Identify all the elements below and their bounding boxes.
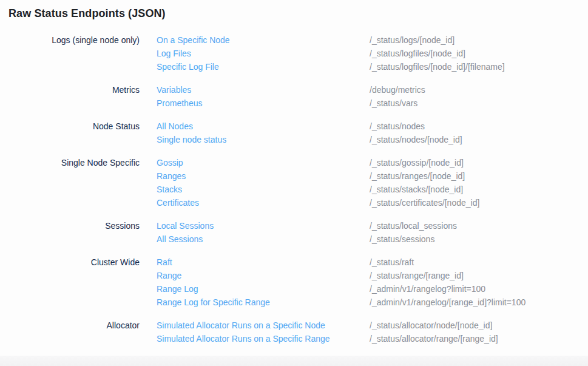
endpoint-row: Simulated Allocator Runs on a Specific N…: [157, 319, 498, 332]
section-rows: Raft/_status/raftRange/_status/range/[ra…: [157, 256, 525, 309]
endpoint-link[interactable]: Raft: [157, 256, 370, 269]
endpoint-path: /_admin/v1/rangelog/[range_id]?limit=100: [370, 296, 525, 309]
endpoint-link[interactable]: Range: [157, 269, 370, 282]
endpoint-section: Single Node SpecificGossip/_status/gossi…: [8, 156, 588, 209]
endpoint-row: All Nodes/_status/nodes: [157, 120, 462, 133]
endpoint-path: /_status/allocator/node/[node_id]: [370, 319, 492, 332]
section-rows: Local Sessions/_status/local_sessionsAll…: [157, 219, 457, 246]
endpoint-path: /_status/vars: [370, 97, 417, 110]
section-rows: On a Specific Node/_status/logs/[node_id…: [157, 33, 505, 73]
endpoint-link[interactable]: Ranges: [157, 169, 370, 183]
endpoint-link[interactable]: Simulated Allocator Runs on a Specific N…: [157, 319, 370, 332]
endpoint-row: Ranges/_status/ranges/[node_id]: [157, 169, 479, 183]
endpoints-list: Logs (single node only)On a Specific Nod…: [8, 33, 588, 345]
endpoint-row: Range Log/_admin/v1/rangelog?limit=100: [157, 282, 525, 296]
endpoint-path: /_status/allocator/range/[range_id]: [370, 332, 498, 345]
endpoint-row: Range Log for Specific Range/_admin/v1/r…: [157, 296, 525, 309]
section-rows: Gossip/_status/gossip/[node_id]Ranges/_s…: [157, 156, 479, 209]
endpoint-row: Simulated Allocator Runs on a Specific R…: [157, 332, 498, 345]
endpoint-link[interactable]: On a Specific Node: [157, 33, 370, 47]
endpoint-path: /_admin/v1/rangelog?limit=100: [370, 282, 485, 296]
section-category-label: Allocator: [8, 319, 157, 345]
endpoint-path: /_status/nodes/[node_id]: [370, 133, 462, 146]
endpoint-row: Variables/debug/metrics: [157, 83, 425, 97]
endpoint-section: AllocatorSimulated Allocator Runs on a S…: [8, 319, 588, 345]
endpoint-path: /_status/range/[range_id]: [370, 269, 464, 282]
endpoint-path: /debug/metrics: [370, 83, 425, 97]
endpoint-path: /_status/ranges/[node_id]: [370, 169, 465, 183]
endpoint-row: Range/_status/range/[range_id]: [157, 269, 525, 282]
endpoint-link[interactable]: Specific Log File: [157, 60, 370, 73]
section-category-label: Sessions: [8, 219, 157, 246]
endpoint-row: Prometheus/_status/vars: [157, 97, 425, 110]
section-category-label: Logs (single node only): [8, 33, 157, 73]
section-category-label: Metrics: [8, 83, 157, 110]
endpoint-link[interactable]: Stacks: [157, 183, 370, 196]
endpoint-link[interactable]: Range Log: [157, 282, 370, 296]
section-category-label: Cluster Wide: [8, 256, 157, 309]
endpoint-row: Stacks/_status/stacks/[node_id]: [157, 183, 479, 196]
endpoint-path: /_status/logs/[node_id]: [370, 33, 455, 47]
section-category-label: Node Status: [8, 120, 157, 146]
debug-endpoints-page: Raw Status Endpoints (JSON) Logs (single…: [0, 0, 588, 356]
section-category-label: Single Node Specific: [8, 156, 157, 209]
endpoint-link[interactable]: All Sessions: [157, 232, 370, 246]
endpoint-link[interactable]: Range Log for Specific Range: [157, 296, 370, 309]
endpoint-path: /_status/stacks/[node_id]: [370, 183, 463, 196]
section-rows: Variables/debug/metricsPrometheus/_statu…: [157, 83, 425, 110]
endpoint-link[interactable]: Single node status: [157, 133, 370, 146]
footer-strip: [0, 356, 588, 366]
endpoint-link[interactable]: Log Files: [157, 47, 370, 60]
endpoint-link[interactable]: Variables: [157, 83, 370, 97]
endpoint-row: Raft/_status/raft: [157, 256, 525, 269]
endpoint-path: /_status/logfiles/[node_id]: [370, 47, 465, 60]
endpoint-link[interactable]: Simulated Allocator Runs on a Specific R…: [157, 332, 370, 345]
endpoint-path: /_status/raft: [370, 256, 414, 269]
endpoint-path: /_status/sessions: [370, 232, 434, 246]
endpoint-section: SessionsLocal Sessions/_status/local_ses…: [8, 219, 588, 246]
endpoint-section: Logs (single node only)On a Specific Nod…: [8, 33, 588, 73]
endpoint-section: MetricsVariables/debug/metricsPrometheus…: [8, 83, 588, 110]
endpoint-row: On a Specific Node/_status/logs/[node_id…: [157, 33, 505, 47]
endpoint-link[interactable]: Certificates: [157, 196, 370, 209]
endpoint-row: Gossip/_status/gossip/[node_id]: [157, 156, 479, 169]
endpoint-path: /_status/logfiles/[node_id]/[filename]: [370, 60, 505, 73]
endpoint-row: Log Files/_status/logfiles/[node_id]: [157, 47, 505, 60]
endpoint-path: /_status/certificates/[node_id]: [370, 196, 479, 209]
endpoint-row: Single node status/_status/nodes/[node_i…: [157, 133, 462, 146]
endpoint-section: Cluster WideRaft/_status/raftRange/_stat…: [8, 256, 588, 309]
endpoint-row: Local Sessions/_status/local_sessions: [157, 219, 457, 232]
endpoint-path: /_status/nodes: [370, 120, 425, 133]
endpoint-row: All Sessions/_status/sessions: [157, 232, 457, 246]
section-rows: Simulated Allocator Runs on a Specific N…: [157, 319, 498, 345]
endpoint-link[interactable]: Prometheus: [157, 97, 370, 110]
section-rows: All Nodes/_status/nodesSingle node statu…: [157, 120, 462, 146]
page-title: Raw Status Endpoints (JSON): [8, 6, 588, 21]
endpoint-path: /_status/local_sessions: [370, 219, 457, 232]
endpoint-link[interactable]: All Nodes: [157, 120, 370, 133]
endpoint-link[interactable]: Local Sessions: [157, 219, 370, 232]
endpoint-row: Certificates/_status/certificates/[node_…: [157, 196, 479, 209]
endpoint-section: Node StatusAll Nodes/_status/nodesSingle…: [8, 120, 588, 146]
endpoint-row: Specific Log File/_status/logfiles/[node…: [157, 60, 505, 73]
endpoint-link[interactable]: Gossip: [157, 156, 370, 169]
endpoint-path: /_status/gossip/[node_id]: [370, 156, 464, 169]
